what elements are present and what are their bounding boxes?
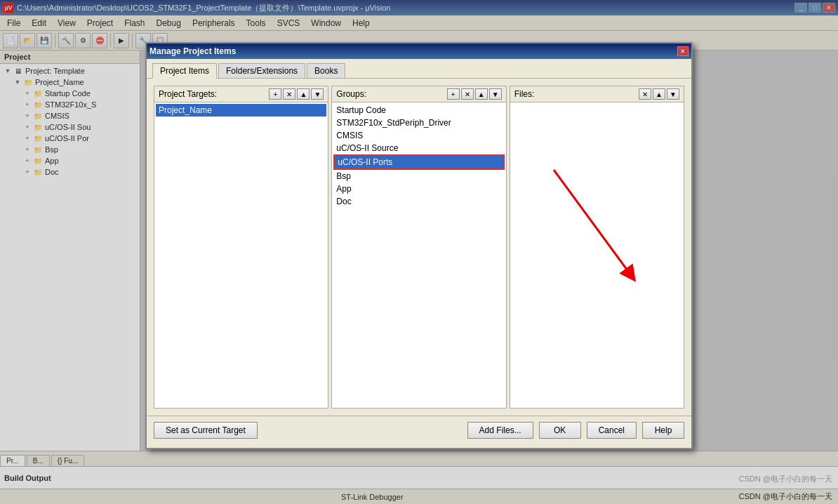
modal-overlay: Manage Project Items ✕ Project Items Fol… [0,0,838,504]
col-project-targets: Project Targets: + ✕ ▲ ▼ Project_Name [154,86,328,409]
modal-tabs: Project Items Folders/Extensions Books [147,59,691,79]
col-header-groups-title: Groups: [336,89,366,99]
modal-title-bar: Manage Project Items ✕ [147,44,691,59]
col-down-target-btn[interactable]: ▼ [311,88,324,100]
col-del-file-btn[interactable]: ✕ [639,88,651,100]
modal-body: Project Targets: + ✕ ▲ ▼ Project_Name Gr… [147,79,691,416]
group-item-startup[interactable]: Startup Code [333,104,504,117]
col-list-groups: Startup Code STM32F10x_StdPeriph_Driver … [332,102,505,408]
col-del-group-btn[interactable]: ✕ [461,88,474,100]
col-header-groups: Groups: + ✕ ▲ ▼ [332,86,505,102]
col-files: Files: ✕ ▲ ▼ [510,86,684,409]
modal-dialog: Manage Project Items ✕ Project Items Fol… [145,42,693,449]
modal-tab-project-items[interactable]: Project Items [152,63,217,79]
set-current-target-button[interactable]: Set as Current Target [154,422,258,439]
col-add-target-btn[interactable]: + [269,88,281,100]
modal-tab-books[interactable]: Books [307,63,345,78]
group-item-stm32[interactable]: STM32F10x_StdPeriph_Driver [333,117,504,129]
add-files-button[interactable]: Add Files... [467,422,533,439]
modal-footer-right: Add Files... OK Cancel Help [467,422,684,439]
group-item-app[interactable]: App [333,183,504,195]
col-list-targets: Project_Name [154,102,328,408]
cancel-button[interactable]: Cancel [587,422,637,439]
col-header-targets: Project Targets: + ✕ ▲ ▼ [154,86,328,102]
col-add-group-btn[interactable]: + [447,88,460,100]
modal-footer-left: Set as Current Target [154,422,258,439]
modal-tab-folders[interactable]: Folders/Extensions [218,63,305,78]
col-down-file-btn[interactable]: ▼ [667,88,679,100]
watermark: CSDN @电子小白的每一天 [739,474,832,484]
col-up-group-btn[interactable]: ▲ [475,88,488,100]
col-header-files: Files: ✕ ▲ ▼ [510,86,684,102]
help-button[interactable]: Help [642,422,684,439]
col-down-group-btn[interactable]: ▼ [489,88,502,100]
svg-line-1 [554,170,631,275]
col-header-files-btns: ✕ ▲ ▼ [639,88,679,100]
group-item-cmsis[interactable]: CMSIS [333,129,504,142]
col-groups: Groups: + ✕ ▲ ▼ Startup Code STM32F10x_S… [331,86,506,409]
group-item-ucos-source[interactable]: uC/OS-II Source [333,142,504,154]
ok-button[interactable]: OK [539,422,581,439]
group-item-bsp[interactable]: Bsp [333,170,504,183]
col-header-groups-btns: + ✕ ▲ ▼ [447,88,502,100]
group-item-ucos-ports[interactable]: uC/OS-II Ports [333,154,504,170]
col-up-target-btn[interactable]: ▲ [297,88,310,100]
col-del-target-btn[interactable]: ✕ [283,88,295,100]
red-arrow [512,163,652,289]
target-item-project-name[interactable]: Project_Name [156,104,326,117]
col-up-file-btn[interactable]: ▲ [653,88,665,100]
col-header-targets-title: Project Targets: [159,89,217,99]
modal-footer: Set as Current Target Add Files... OK Ca… [147,416,691,444]
group-item-doc[interactable]: Doc [333,195,504,208]
col-header-targets-btns: + ✕ ▲ ▼ [269,88,324,100]
modal-close-button[interactable]: ✕ [677,46,689,56]
col-list-files [510,102,684,408]
modal-title: Manage Project Items [149,46,236,56]
col-header-files-title: Files: [514,89,535,99]
